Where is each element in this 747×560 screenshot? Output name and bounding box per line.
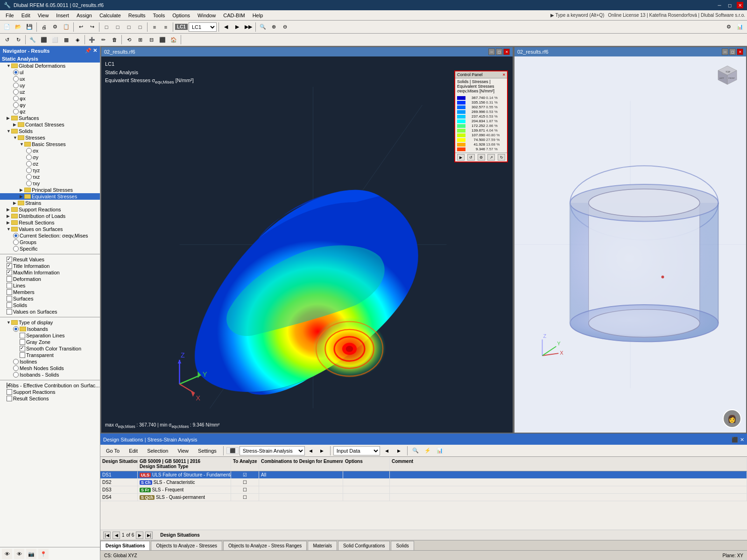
check-transparent[interactable] bbox=[20, 352, 25, 358]
nav-static-analysis[interactable]: Static Analysis bbox=[0, 55, 100, 63]
tb-btn-1[interactable]: ⚙ bbox=[50, 22, 60, 32]
cp-close-btn[interactable]: × bbox=[503, 72, 505, 77]
tb2-btn-12[interactable]: ⊞ bbox=[135, 35, 145, 45]
nav-sigma-x[interactable]: σx bbox=[0, 147, 100, 154]
nav-result-sections[interactable]: ▶ Result Sections bbox=[0, 219, 100, 226]
nav-pin-button[interactable]: 📌 bbox=[85, 48, 92, 54]
tab-solid-configurations[interactable]: Solid Configurations bbox=[338, 541, 390, 550]
nav-deformation[interactable]: Deformation bbox=[0, 276, 100, 282]
table-row-ds2[interactable]: DS2 S Ch SLS - Characteristic ☐ bbox=[100, 479, 747, 486]
tb2-btn-13[interactable]: ⊟ bbox=[146, 35, 156, 45]
nav-global-deformations[interactable]: ▼ Global Deformations bbox=[0, 63, 100, 69]
nav-eye2-btn[interactable]: 👁 bbox=[14, 549, 24, 559]
nav-sigma-y[interactable]: σy bbox=[0, 154, 100, 161]
tb-btn-6[interactable]: □ bbox=[135, 22, 145, 32]
viewport-right-controls[interactable]: ─ ◻ ✕ bbox=[722, 49, 743, 55]
vt-minimize-btn[interactable]: ─ bbox=[488, 49, 495, 55]
radio-mesh-nodes[interactable] bbox=[13, 365, 19, 371]
check-result-values[interactable] bbox=[7, 257, 12, 262]
check-surfaces[interactable] bbox=[7, 296, 12, 301]
nav-transparent[interactable]: Transparent bbox=[0, 352, 100, 358]
bottom-panel-controls[interactable]: ⬛ ✕ bbox=[732, 437, 744, 443]
radio-ul[interactable] bbox=[13, 70, 19, 75]
nav-smooth-color[interactable]: Smooth Color Transition bbox=[0, 345, 100, 352]
vt-close-btn[interactable]: ✕ bbox=[503, 49, 510, 55]
nav-visibility-btn[interactable]: 👁 bbox=[2, 549, 12, 559]
radio-phiz[interactable] bbox=[13, 109, 19, 114]
bottom-panel-float-btn[interactable]: ⬛ bbox=[732, 437, 738, 443]
table-row-ds1[interactable]: DS1 ULS ULS Failure of Structure - Funda… bbox=[100, 471, 747, 479]
check-title-info[interactable] bbox=[7, 263, 12, 269]
vt-right-minimize-btn[interactable]: ─ bbox=[722, 49, 728, 55]
nav-isolines[interactable]: Isolines bbox=[0, 358, 100, 365]
bottom-filter-btn[interactable]: ⚡ bbox=[423, 446, 433, 456]
table-row-ds4[interactable]: DS4 S Qch SLS - Quasi-permanent ☐ bbox=[100, 494, 747, 501]
nav-gray-zone[interactable]: Gray Zone bbox=[0, 339, 100, 345]
radio-tau-xz[interactable] bbox=[26, 174, 32, 180]
nav-values-on-surfaces[interactable]: ▼ Values on Surfaces bbox=[0, 226, 100, 232]
nav-lines-display[interactable]: Lines bbox=[0, 282, 100, 289]
tab-materials[interactable]: Materials bbox=[308, 541, 337, 550]
nav-ribs[interactable]: Ribs - Effective Contribution on Surfac.… bbox=[0, 382, 100, 389]
analysis-next-btn[interactable]: ▶ bbox=[317, 446, 327, 456]
menu-window[interactable]: Window bbox=[194, 12, 219, 19]
check-ribs[interactable] bbox=[7, 383, 7, 388]
menu-calculate[interactable]: Calculate bbox=[96, 12, 125, 19]
tb-btn-4[interactable]: □ bbox=[113, 22, 123, 32]
nav-tau-xz[interactable]: τxz bbox=[0, 174, 100, 180]
nav-groups[interactable]: Groups bbox=[0, 239, 100, 245]
nav-solids[interactable]: ▼ Solids bbox=[0, 128, 100, 134]
nav-sigma-z[interactable]: σz bbox=[0, 161, 100, 167]
minimize-button[interactable]: ─ bbox=[716, 2, 723, 8]
nav-camera-btn[interactable]: 📷 bbox=[26, 549, 36, 559]
tb-btn-15[interactable]: ⚙ bbox=[724, 22, 734, 32]
nav-isobands[interactable]: Isobands bbox=[0, 326, 100, 332]
tb-btn-8[interactable]: ≡ bbox=[161, 22, 171, 32]
check-result-sect[interactable] bbox=[7, 396, 12, 401]
analysis-combo-select[interactable]: Stress-Strain Analysis bbox=[240, 446, 305, 455]
menu-insert[interactable]: Insert bbox=[52, 12, 73, 19]
nav-support-react-extra[interactable]: Support Reactions bbox=[0, 389, 100, 395]
menu-help[interactable]: Help bbox=[249, 12, 267, 19]
cp-prev-btn[interactable]: ↺ bbox=[467, 154, 475, 161]
restore-button[interactable]: ◻ bbox=[726, 2, 733, 8]
nav-isobands-solids[interactable]: Isobands - Solids bbox=[0, 371, 100, 378]
tb-btn-14[interactable]: ⊖ bbox=[280, 22, 290, 32]
menu-assign[interactable]: Assign bbox=[73, 12, 96, 19]
check-gray-zone[interactable] bbox=[20, 339, 25, 345]
menu-options[interactable]: Options bbox=[169, 12, 194, 19]
nav-deform-phiz[interactable]: φz bbox=[0, 108, 100, 115]
nav-equivalent-stresses[interactable]: ▶ Equivalent Stresses bbox=[0, 193, 100, 200]
bottom-view-menu[interactable]: View bbox=[174, 447, 192, 455]
viewport-left[interactable]: 02_results.rf6 ─ ◻ ✕ LC1 Static Analysis… bbox=[100, 46, 514, 434]
radio-isobands-solids[interactable] bbox=[13, 372, 19, 378]
save-button[interactable]: 💾 bbox=[24, 22, 35, 32]
radio-sigma-x[interactable] bbox=[26, 148, 32, 154]
vt-restore-btn[interactable]: ◻ bbox=[496, 49, 502, 55]
menu-edit[interactable]: Edit bbox=[18, 12, 34, 19]
page-first-btn[interactable]: |◀ bbox=[103, 532, 111, 539]
tb2-btn-11[interactable]: ⟲ bbox=[124, 35, 134, 45]
right-viewport-3d[interactable]: TOP LEFT FRONT bbox=[514, 56, 746, 433]
table-row-ds3[interactable]: DS3 S Fr SLS - Frequent ☐ bbox=[100, 486, 747, 494]
nav-deform-uz[interactable]: uz bbox=[0, 89, 100, 95]
tb-btn-3[interactable]: □ bbox=[101, 22, 112, 32]
radio-uz[interactable] bbox=[13, 89, 19, 95]
nav-members-display[interactable]: Members bbox=[0, 289, 100, 295]
open-button[interactable]: 📂 bbox=[13, 22, 23, 32]
viewport-3d-left[interactable]: LC1 Static Analysis Equivalent Stresses … bbox=[101, 56, 513, 433]
tb2-btn-2[interactable]: ↻ bbox=[13, 35, 23, 45]
vt-right-restore-btn[interactable]: ◻ bbox=[729, 49, 736, 55]
radio-groups[interactable] bbox=[13, 239, 19, 245]
tb-btn-7[interactable]: ≡ bbox=[149, 22, 160, 32]
radio-isolines[interactable] bbox=[13, 359, 19, 364]
bottom-selection-menu[interactable]: Selection bbox=[143, 447, 172, 455]
nav-solids-display[interactable]: Solids bbox=[0, 302, 100, 308]
page-last-btn[interactable]: ▶| bbox=[145, 532, 153, 539]
nav-tau-yz[interactable]: τyz bbox=[0, 167, 100, 174]
tb2-btn-6[interactable]: ▦ bbox=[61, 35, 71, 45]
undo-button[interactable]: ↩ bbox=[76, 22, 86, 32]
tab-solids[interactable]: Solids bbox=[391, 541, 414, 550]
radio-phiy[interactable] bbox=[13, 102, 19, 108]
nav-stresses[interactable]: ▼ Stresses bbox=[0, 134, 100, 141]
